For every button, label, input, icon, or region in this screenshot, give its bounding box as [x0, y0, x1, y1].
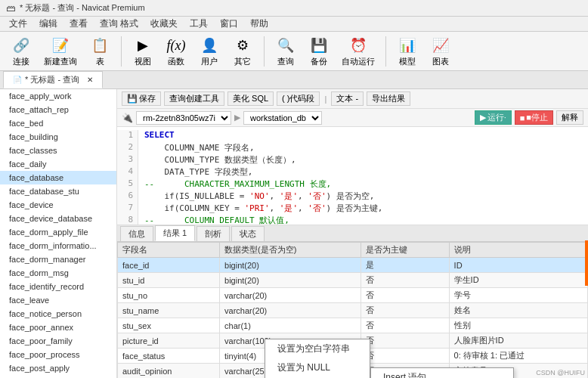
result-tab-profile[interactable]: 剖析	[197, 226, 230, 241]
sidebar: face_apply_work face_attach_rep face_bed…	[0, 89, 117, 378]
cell-field: picture_id	[118, 333, 220, 349]
table-button[interactable]: 📋 表	[85, 33, 115, 69]
sidebar-item-face-database-stu[interactable]: face_database_stu	[0, 184, 116, 198]
sidebar-item-face-classes[interactable]: face_classes	[0, 144, 116, 157]
table-row[interactable]: stu_name varchar(20) 否 姓名	[118, 303, 588, 318]
menu-edit[interactable]: 编辑	[33, 16, 63, 32]
cell-primary: 否	[361, 349, 449, 364]
export-results-button[interactable]: 导出结果	[367, 91, 410, 106]
menu-tools[interactable]: 工具	[184, 16, 214, 32]
sidebar-item-face-apply-work[interactable]: face_apply_work	[0, 89, 116, 103]
cell-type: char(1)	[220, 318, 361, 333]
sidebar-item-face-poor-process[interactable]: face_poor_process	[0, 348, 116, 361]
context-menu: 设置为空白字符串 设置为 NULL 删除记录 复制 复制为 ▶ 粘贴 显示 ▶	[265, 339, 370, 378]
stop-button[interactable]: ■ ■停止	[515, 110, 553, 125]
code-segment-button[interactable]: ( )代码段	[277, 91, 320, 106]
user-icon: 👤	[199, 35, 220, 56]
cell-field: face_id	[118, 258, 220, 273]
sidebar-item-face-post-employment[interactable]: face_post_employme...	[0, 375, 116, 378]
sidebar-item-face-identify-record[interactable]: face_identify_record	[0, 280, 116, 293]
connect-button[interactable]: 🔗 连接	[6, 33, 36, 69]
menu-file[interactable]: 文件	[3, 16, 33, 32]
context-set-null[interactable]: 设置为 NULL	[265, 358, 370, 377]
cell-comment: ID	[449, 258, 587, 273]
result-tab-status[interactable]: 状态	[231, 226, 265, 241]
table-row[interactable]: face_id bigint(20) 是 ID	[118, 258, 588, 273]
cell-comment: 0: 待审核 1: 已通过	[449, 349, 587, 364]
chart-icon: 📈	[430, 35, 451, 56]
table-row[interactable]: stu_no varchar(20) 否 学号	[118, 288, 588, 303]
sidebar-item-face-dorm-apply-file[interactable]: face_dorm_apply_file	[0, 225, 116, 239]
tab-bar: 📄 * 无标题 - 查询 ✕	[0, 71, 588, 89]
sidebar-item-face-daily[interactable]: face_daily	[0, 157, 116, 171]
table-row[interactable]: stu_sex char(1) 否 性别	[118, 318, 588, 333]
backup-icon: 💾	[308, 35, 330, 56]
result-tab-result1[interactable]: 结果 1	[155, 225, 195, 241]
sidebar-item-face-poor-annex[interactable]: face_poor_annex	[0, 321, 116, 334]
query-tab[interactable]: 📄 * 无标题 - 查询 ✕	[3, 71, 103, 88]
autorun-button[interactable]: ⏰ 自动运行	[337, 33, 379, 69]
menu-help[interactable]: 帮助	[244, 16, 274, 32]
sidebar-item-face-device-database[interactable]: face_device_database	[0, 212, 116, 225]
sidebar-item-face-dorm-msg[interactable]: face_dorm_msg	[0, 266, 116, 280]
content-area: 💾 保存 查询创建工具 美化 SQL ( )代码段 | 文本 - 导出结果 🔌	[117, 89, 588, 378]
cell-field: stu_id	[118, 273, 220, 288]
user-button[interactable]: 👤 用户	[194, 33, 224, 69]
sidebar-item-face-post-apply[interactable]: face_post_apply	[0, 361, 116, 375]
col-header-type[interactable]: 数据类型(是否为空)	[220, 243, 361, 258]
sub-insert-stmt[interactable]: Insert 语句	[371, 368, 513, 378]
table-row[interactable]: stu_id bigint(20) 否 学生ID	[118, 273, 588, 288]
run-button[interactable]: ▶ 运行·	[475, 110, 512, 125]
col-header-comment[interactable]: 说明	[449, 243, 587, 258]
menu-query-format[interactable]: 查询 格式	[94, 16, 144, 32]
arrow-icon: ▶	[234, 113, 240, 122]
cell-primary: 否	[361, 333, 449, 349]
video-button[interactable]: ▶ 视图	[128, 33, 158, 69]
code-line-1: 1 SELECT	[117, 130, 588, 142]
query-builder-button[interactable]: 查询创建工具	[164, 91, 224, 106]
table-icon: 📋	[89, 35, 110, 56]
save-button[interactable]: 💾 保存	[122, 91, 161, 106]
function-button[interactable]: f(x) 函数	[161, 33, 191, 69]
sub-context-menu: Insert 语句 Update 语句 制表符分隔（数据） 制表符分隔（字段名）…	[370, 367, 514, 378]
separator-3	[385, 36, 386, 67]
database-select[interactable]: workstation_db	[243, 111, 322, 125]
sidebar-item-face-dorm-information[interactable]: face_dorm_informatio...	[0, 239, 116, 253]
beautify-sql-button[interactable]: 美化 SQL	[227, 91, 274, 106]
code-editor[interactable]: 1 SELECT 2 COLUMN_NAME 字段名, 3 COLUMN_TYP…	[117, 127, 588, 225]
watermark: CSDN @HUIFU	[536, 369, 585, 376]
menu-favorites[interactable]: 收藏夹	[144, 16, 184, 32]
menu-window[interactable]: 窗口	[214, 16, 244, 32]
new-query-button[interactable]: 📝 新建查询	[39, 33, 82, 69]
close-tab-icon[interactable]: ✕	[87, 76, 93, 84]
col-header-field[interactable]: 字段名	[118, 243, 220, 258]
context-set-empty-string[interactable]: 设置为空白字符串	[265, 339, 370, 358]
sidebar-item-face-leave[interactable]: face_leave	[0, 293, 116, 307]
sidebar-item-face-building[interactable]: face_building	[0, 130, 116, 144]
query-button[interactable]: 🔍 查询	[271, 33, 301, 69]
explain-button[interactable]: 解释	[556, 110, 583, 125]
sidebar-item-face-dorm-manager[interactable]: face_dorm_manager	[0, 253, 116, 266]
model-button[interactable]: 📊 模型	[392, 33, 422, 69]
cell-field: face_status	[118, 349, 220, 364]
other-button[interactable]: ⚙ 其它	[227, 33, 258, 69]
code-line-2: 2 COLUMN_NAME 字段名,	[117, 142, 588, 154]
menu-view[interactable]: 查看	[63, 16, 94, 32]
sidebar-item-face-database[interactable]: face_database	[0, 171, 116, 184]
result-tab-info[interactable]: 信息	[120, 226, 153, 241]
separator-text: |	[324, 94, 326, 104]
text-mode-button[interactable]: 文本 -	[331, 91, 364, 106]
chart-button[interactable]: 📈 图表	[426, 33, 456, 69]
connection-select[interactable]: rm-2zetn83n05wz7i	[136, 111, 231, 125]
sidebar-item-face-attach-rep[interactable]: face_attach_rep	[0, 103, 116, 116]
sidebar-item-face-notice-person[interactable]: face_notice_person	[0, 307, 116, 321]
sidebar-item-face-device[interactable]: face_device	[0, 198, 116, 212]
col-header-primary[interactable]: 是否为主键	[361, 243, 449, 258]
cell-primary: 否	[361, 318, 449, 333]
code-line-3: 3 COLUMN_TYPE 数据类型（长度）,	[117, 154, 588, 166]
cell-field: audit_opinion	[118, 364, 220, 379]
backup-button[interactable]: 💾 备份	[304, 33, 334, 69]
sidebar-item-face-bed[interactable]: face_bed	[0, 116, 116, 130]
sidebar-item-face-poor-family[interactable]: face_poor_family	[0, 334, 116, 348]
stop-icon: ■	[520, 113, 525, 122]
